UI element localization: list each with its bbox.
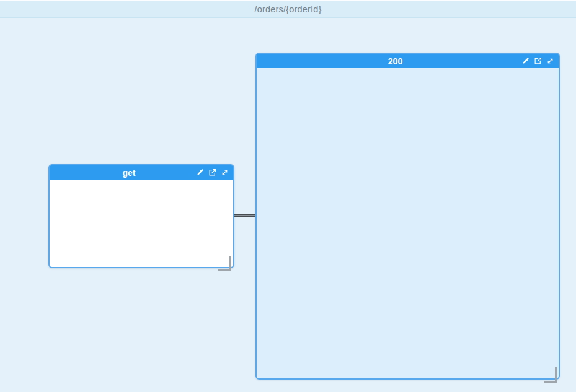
expand-icon[interactable]: [546, 57, 554, 65]
card-header[interactable]: 200: [257, 54, 559, 69]
card-header-icons: [521, 54, 554, 68]
operation-card-get[interactable]: get: [48, 164, 234, 268]
open-in-new-icon[interactable]: [208, 168, 216, 176]
path-bar: /orders/{orderId}: [0, 1, 576, 18]
endpoint-path: /orders/{orderId}: [254, 4, 321, 14]
response-card-200[interactable]: 200: [255, 53, 560, 380]
eyedropper-icon[interactable]: [521, 57, 529, 65]
eyedropper-icon[interactable]: [196, 168, 204, 176]
open-in-new-icon[interactable]: [534, 57, 542, 65]
resize-handle[interactable]: [218, 256, 231, 271]
relation-connector: [234, 214, 256, 217]
resize-handle[interactable]: [544, 367, 557, 383]
card-title: 200: [388, 56, 427, 66]
card-header-icons: [196, 165, 229, 180]
card-header[interactable]: get: [50, 165, 233, 180]
expand-icon[interactable]: [221, 168, 229, 176]
card-title: get: [123, 168, 161, 178]
